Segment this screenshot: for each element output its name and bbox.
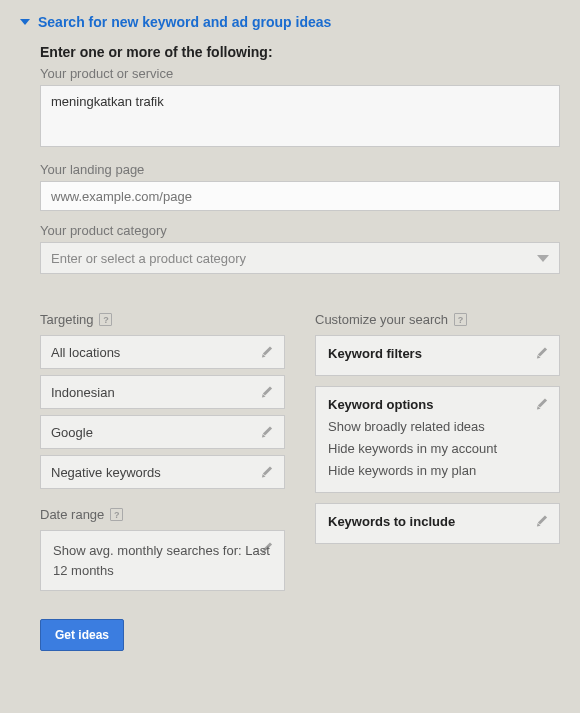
keyword-options-line: Hide keywords in my account [328, 438, 547, 460]
keyword-options-card[interactable]: Keyword options Show broadly related ide… [315, 386, 560, 493]
targeting-heading: Targeting [40, 312, 93, 327]
date-range-text: Show avg. monthly searches for: Last 12 … [53, 543, 270, 578]
targeting-language[interactable]: Indonesian [40, 375, 285, 409]
keyword-filters-title: Keyword filters [328, 346, 547, 361]
keyword-options-title: Keyword options [328, 397, 547, 412]
keyword-options-line: Hide keywords in my plan [328, 460, 547, 482]
chevron-down-icon [537, 255, 549, 262]
targeting-row-label: Indonesian [51, 385, 115, 400]
pencil-icon [260, 541, 274, 555]
keyword-filters-card[interactable]: Keyword filters [315, 335, 560, 376]
product-category-select[interactable]: Enter or select a product category [40, 242, 560, 274]
disclosure-triangle-icon [20, 19, 30, 25]
product-category-label: Your product category [40, 223, 560, 238]
targeting-row-label: Google [51, 425, 93, 440]
keywords-to-include-card[interactable]: Keywords to include [315, 503, 560, 544]
product-label: Your product or service [40, 66, 560, 81]
help-icon[interactable]: ? [454, 313, 467, 326]
pencil-icon [260, 465, 274, 479]
date-range-heading: Date range [40, 507, 104, 522]
date-range-box[interactable]: Show avg. monthly searches for: Last 12 … [40, 530, 285, 591]
help-icon[interactable]: ? [110, 508, 123, 521]
intro-heading: Enter one or more of the following: [40, 44, 560, 60]
panel-title: Search for new keyword and ad group idea… [38, 14, 331, 30]
right-column: Customize your search ? Keyword filters … [315, 312, 560, 651]
pencil-icon [535, 397, 549, 411]
customize-heading: Customize your search [315, 312, 448, 327]
targeting-locations[interactable]: All locations [40, 335, 285, 369]
targeting-network[interactable]: Google [40, 415, 285, 449]
product-service-input[interactable] [40, 85, 560, 147]
pencil-icon [535, 346, 549, 360]
pencil-icon [260, 425, 274, 439]
targeting-row-label: Negative keywords [51, 465, 161, 480]
pencil-icon [535, 514, 549, 528]
targeting-negative-keywords[interactable]: Negative keywords [40, 455, 285, 489]
help-icon[interactable]: ? [99, 313, 112, 326]
left-column: Targeting ? All locations Indonesian Goo… [40, 312, 285, 651]
disclosure-header[interactable]: Search for new keyword and ad group idea… [20, 14, 560, 30]
pencil-icon [260, 345, 274, 359]
pencil-icon [260, 385, 274, 399]
get-ideas-button[interactable]: Get ideas [40, 619, 124, 651]
product-category-placeholder: Enter or select a product category [51, 251, 246, 266]
keyword-options-line: Show broadly related ideas [328, 416, 547, 438]
landing-page-label: Your landing page [40, 162, 560, 177]
landing-page-input[interactable] [40, 181, 560, 211]
keywords-to-include-title: Keywords to include [328, 514, 547, 529]
targeting-row-label: All locations [51, 345, 120, 360]
keyword-planner-panel: Search for new keyword and ad group idea… [0, 0, 580, 671]
panel-content: Enter one or more of the following: Your… [20, 44, 560, 651]
